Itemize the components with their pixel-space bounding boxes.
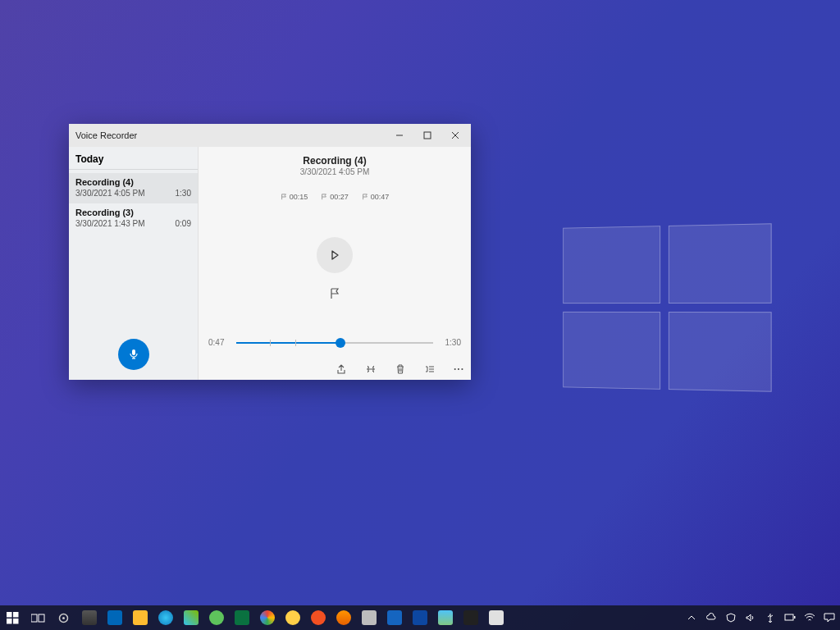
marker-time: 00:47 xyxy=(371,193,390,201)
taskbar-app[interactable] xyxy=(280,605,305,630)
current-time: 0:47 xyxy=(208,338,230,347)
start-button[interactable] xyxy=(0,605,25,630)
trim-icon xyxy=(365,363,377,375)
trim-button[interactable] xyxy=(365,363,377,375)
app-icon xyxy=(209,610,224,625)
taskbar-app[interactable] xyxy=(51,605,76,630)
rename-button[interactable] xyxy=(424,363,436,375)
progress-thumb[interactable] xyxy=(336,338,345,348)
svg-rect-10 xyxy=(13,619,19,624)
share-icon xyxy=(336,363,347,375)
system-tray xyxy=(684,605,837,630)
chrome-icon xyxy=(260,610,275,625)
explorer-icon xyxy=(133,610,148,625)
recording-date: 3/30/2021 1:43 PM xyxy=(75,219,145,228)
taskbar-app[interactable] xyxy=(102,605,127,630)
marker-row: 00:15 00:27 00:47 xyxy=(281,193,390,201)
taskbar xyxy=(0,605,840,630)
ellipsis-icon: ··· xyxy=(454,363,464,375)
more-button[interactable]: ··· xyxy=(454,363,464,375)
share-button[interactable] xyxy=(336,363,347,375)
tray-icon[interactable] xyxy=(763,605,778,630)
tray-icon[interactable] xyxy=(724,605,738,630)
close-button[interactable] xyxy=(441,124,469,147)
task-view-button[interactable] xyxy=(25,605,51,630)
app-icon xyxy=(235,610,249,625)
svg-rect-16 xyxy=(794,616,796,619)
flag-icon xyxy=(329,288,340,299)
edge-icon xyxy=(158,610,173,625)
store-icon xyxy=(82,610,97,625)
tray-icon[interactable] xyxy=(783,605,797,630)
toolbar: ··· xyxy=(336,363,464,375)
taskbar-app[interactable] xyxy=(229,605,254,630)
usb-icon xyxy=(765,613,775,623)
rename-icon xyxy=(424,363,436,375)
windows-icon xyxy=(7,612,19,624)
app-icon xyxy=(362,610,377,625)
flag-icon xyxy=(362,194,368,200)
minimize-button[interactable] xyxy=(386,124,413,147)
taskbar-app[interactable] xyxy=(432,605,458,630)
svg-point-14 xyxy=(62,617,65,619)
marker[interactable]: 00:47 xyxy=(362,193,390,201)
marker-time: 00:15 xyxy=(290,193,308,201)
firefox-icon xyxy=(336,610,351,625)
recording-name: Recording (3) xyxy=(75,208,134,217)
windows-logo xyxy=(563,223,772,392)
recording-duration: 0:09 xyxy=(176,219,191,228)
svg-rect-15 xyxy=(785,614,793,620)
window-title: Voice Recorder xyxy=(75,130,137,140)
recording-item[interactable]: Recording (4) 3/30/2021 4:05 PM 1:30 xyxy=(69,173,198,203)
flag-icon xyxy=(321,194,327,200)
app-icon xyxy=(438,610,453,625)
action-center-button[interactable] xyxy=(822,605,837,630)
marker[interactable]: 00:27 xyxy=(321,193,349,201)
svg-rect-8 xyxy=(13,612,19,618)
tray-overflow-button[interactable] xyxy=(684,605,699,630)
chrome-canary-icon xyxy=(285,610,300,625)
progress-track[interactable] xyxy=(236,342,433,344)
taskbar-app[interactable] xyxy=(203,605,229,630)
taskbar-app[interactable] xyxy=(483,605,509,630)
taskbar-app[interactable] xyxy=(127,605,153,630)
recording-item[interactable]: Recording (3) 3/30/2021 1:43 PM 0:09 xyxy=(69,203,198,234)
taskbar-app[interactable] xyxy=(381,605,407,630)
svg-rect-7 xyxy=(7,612,12,618)
word-icon xyxy=(107,610,122,625)
taskbar-app[interactable] xyxy=(331,605,356,630)
svg-rect-11 xyxy=(31,614,37,622)
taskbar-app[interactable] xyxy=(407,605,432,630)
flag-icon xyxy=(281,194,287,200)
play-button[interactable] xyxy=(317,237,353,273)
microphone-icon xyxy=(127,348,140,361)
svg-rect-1 xyxy=(424,132,431,139)
taskbar-app[interactable] xyxy=(305,605,331,630)
marker[interactable]: 00:15 xyxy=(281,193,308,201)
recording-name: Recording (4) xyxy=(75,177,134,187)
taskbar-app[interactable] xyxy=(153,605,178,630)
svg-rect-4 xyxy=(132,349,135,355)
record-button[interactable] xyxy=(118,339,149,370)
tray-icon[interactable] xyxy=(743,605,758,630)
task-view-icon xyxy=(31,613,45,623)
voice-recorder-window: Voice Recorder Today Recording (4) 3/30/… xyxy=(69,124,471,380)
add-marker-button[interactable] xyxy=(329,288,340,299)
taskbar-app[interactable] xyxy=(458,605,483,630)
sidebar: Today Recording (4) 3/30/2021 4:05 PM 1:… xyxy=(69,147,199,380)
taskbar-app[interactable] xyxy=(356,605,381,630)
recording-title: Recording (4) xyxy=(303,155,366,167)
terminal-icon xyxy=(463,610,478,625)
taskbar-app[interactable] xyxy=(76,605,102,630)
tray-icon[interactable] xyxy=(704,605,719,630)
tray-icon[interactable] xyxy=(802,605,817,630)
defender-icon xyxy=(726,613,736,623)
recording-duration: 1:30 xyxy=(176,189,191,198)
battery-icon xyxy=(784,614,796,622)
settings-icon xyxy=(57,612,70,624)
taskbar-app[interactable] xyxy=(178,605,203,630)
taskbar-app[interactable] xyxy=(254,605,280,630)
total-time: 1:30 xyxy=(440,338,461,347)
maximize-button[interactable] xyxy=(413,124,441,147)
delete-button[interactable] xyxy=(395,363,406,375)
